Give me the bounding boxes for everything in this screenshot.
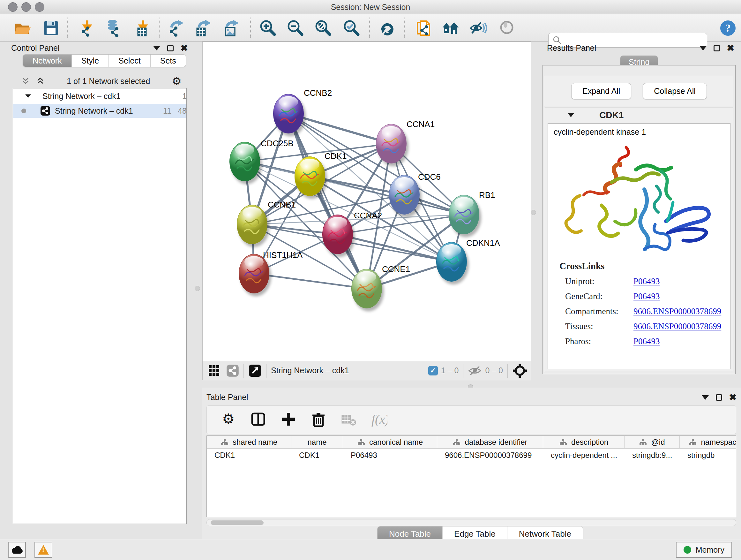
node-CCNE1[interactable] [351, 269, 382, 308]
node-CCNA2[interactable] [322, 214, 353, 254]
import-network-icon[interactable] [77, 19, 96, 37]
float-panel-icon[interactable] [167, 45, 174, 51]
zoom-out-icon[interactable] [286, 19, 305, 37]
crosslink-label: Compartments: [565, 307, 633, 316]
cell-database-identifier[interactable]: 9606.ENSP00000378699 [437, 449, 543, 462]
collection-row[interactable]: String Network – cdk1 1 [13, 89, 186, 103]
share-view-icon[interactable] [226, 364, 239, 377]
column-header-namespace[interactable]: namespace [680, 436, 736, 448]
delete-column-icon[interactable] [310, 412, 327, 428]
gear-icon[interactable]: ⚙ [219, 412, 238, 428]
tree-expand-icon[interactable] [25, 94, 31, 98]
crosshair-icon[interactable] [512, 363, 528, 378]
gene-section-header[interactable]: CDK1 [545, 108, 733, 123]
import-table-icon[interactable] [133, 19, 151, 37]
share-document-icon[interactable] [414, 19, 433, 37]
column-header-database-identifier[interactable]: database identifier [437, 436, 543, 448]
tab-sets[interactable]: Sets [150, 55, 186, 67]
tab-style[interactable]: Style [71, 55, 109, 67]
float-panel-icon[interactable] [714, 45, 720, 51]
collapse-all-icon[interactable] [21, 76, 30, 86]
collapse-section-icon[interactable] [568, 113, 574, 117]
table-hscrollbar[interactable] [206, 519, 736, 526]
crosslink-link[interactable]: P06493 [633, 336, 660, 347]
close-panel-icon[interactable]: ✖ [729, 394, 737, 401]
column-header-description[interactable]: description [543, 436, 624, 448]
grid-view-icon[interactable] [208, 364, 220, 377]
function-icon: f(x) [369, 412, 387, 428]
help-icon[interactable]: ? [719, 19, 737, 37]
node-table[interactable]: shared namenamecanonical namedatabase id… [206, 435, 736, 517]
selected-checkbox-icon[interactable]: ✓ [428, 366, 438, 375]
expand-all-icon[interactable] [36, 76, 45, 86]
add-column-icon[interactable] [280, 412, 297, 428]
birdseye-icon[interactable] [248, 364, 262, 377]
close-panel-icon[interactable]: ✖ [727, 45, 734, 51]
expand-all-button[interactable]: Expand All [571, 83, 631, 99]
network-canvas[interactable]: CCNB2 CCNA1 CDC25B CDK1 CDC6 RB1 [203, 42, 531, 361]
column-header-name[interactable]: name [291, 436, 343, 448]
gear-icon[interactable]: ⚙ [172, 75, 182, 87]
cell-name[interactable]: CDK1 [291, 449, 343, 462]
refresh-layout-icon[interactable] [378, 19, 396, 37]
memory-label: Memory [696, 545, 724, 555]
export-network-icon[interactable] [166, 19, 185, 37]
scrollbar-thumb[interactable] [211, 520, 264, 525]
node-CDC25B[interactable] [229, 142, 260, 181]
control-panel-title: Control Panel [11, 44, 59, 53]
node-CDC6[interactable] [389, 175, 420, 214]
column-header-canonical-name[interactable]: canonical name [343, 436, 437, 448]
node-CCNB2[interactable] [273, 94, 304, 133]
export-image-icon[interactable] [222, 19, 240, 37]
cell-shared-name[interactable]: CDK1 [207, 449, 291, 462]
hide-show-icon[interactable] [469, 19, 488, 37]
edge-CCNB2-CCNE1[interactable] [288, 114, 367, 289]
node-RB1[interactable] [449, 195, 479, 234]
crosslink-link[interactable]: 9606.ENSP00000378699 [633, 321, 721, 331]
panel-menu-icon[interactable] [699, 46, 706, 51]
crosslink-link[interactable]: 9606.ENSP00000378699 [633, 307, 721, 316]
crosslink-link[interactable]: P06493 [633, 292, 660, 301]
close-panel-icon[interactable]: ✖ [181, 45, 188, 51]
column-header-shared-name[interactable]: shared name [207, 436, 291, 448]
left-splitter-handle[interactable] [195, 286, 200, 291]
float-panel-icon[interactable] [716, 394, 722, 401]
edge-HIST1H1A-CCNE1[interactable] [254, 273, 367, 289]
columns-icon[interactable] [250, 412, 267, 428]
collapse-all-button[interactable]: Collapse All [643, 83, 707, 99]
svg-text:⚙: ⚙ [222, 412, 234, 427]
node-CDK1[interactable] [294, 157, 325, 196]
crosslinks-section: CrossLinks Uniprot: P06493GeneCard: P064… [559, 261, 721, 347]
save-session-icon[interactable] [41, 19, 60, 37]
zoom-in-icon[interactable] [259, 19, 277, 37]
network-home-icon[interactable] [441, 19, 460, 37]
column-header--id[interactable]: @id [624, 436, 680, 448]
table-row[interactable]: CDK1CDK1P064939606.ENSP00000378699cyclin… [207, 449, 736, 462]
cell-namespace[interactable]: stringdb [680, 449, 736, 462]
right-splitter-handle[interactable] [531, 210, 536, 215]
zoom-fit-icon[interactable] [314, 19, 333, 37]
node-gloss [243, 207, 262, 219]
node-CCNB1[interactable] [237, 205, 267, 244]
node-CDKN1A[interactable] [436, 242, 467, 282]
panel-menu-icon[interactable] [702, 395, 709, 400]
tab-network[interactable]: Network [23, 55, 71, 67]
crosslink-row: Tissues: 9606.ENSP00000378699 [559, 321, 721, 331]
zoom-selected-icon[interactable] [342, 19, 361, 37]
import-database-icon[interactable] [104, 19, 122, 37]
export-table-icon[interactable] [194, 19, 212, 37]
crosslink-link[interactable]: P06493 [633, 276, 660, 287]
node-CCNA1[interactable] [376, 124, 407, 164]
cell-canonical-name[interactable]: P06493 [343, 449, 437, 462]
open-session-icon[interactable] [13, 19, 31, 37]
cloud-button[interactable] [8, 542, 26, 558]
preview-icon[interactable] [498, 19, 517, 37]
network-row[interactable]: String Network – cdk1 11 48 [13, 104, 186, 118]
tab-select[interactable]: Select [109, 55, 150, 67]
memory-button[interactable]: Memory [676, 542, 732, 558]
cell-description[interactable]: cyclin-dependent ... [543, 449, 624, 462]
selected-count: 1 – 0 [441, 366, 459, 375]
warning-button[interactable] [35, 542, 52, 558]
panel-menu-icon[interactable] [153, 46, 160, 51]
cell--id[interactable]: stringdb:9... [624, 449, 680, 462]
